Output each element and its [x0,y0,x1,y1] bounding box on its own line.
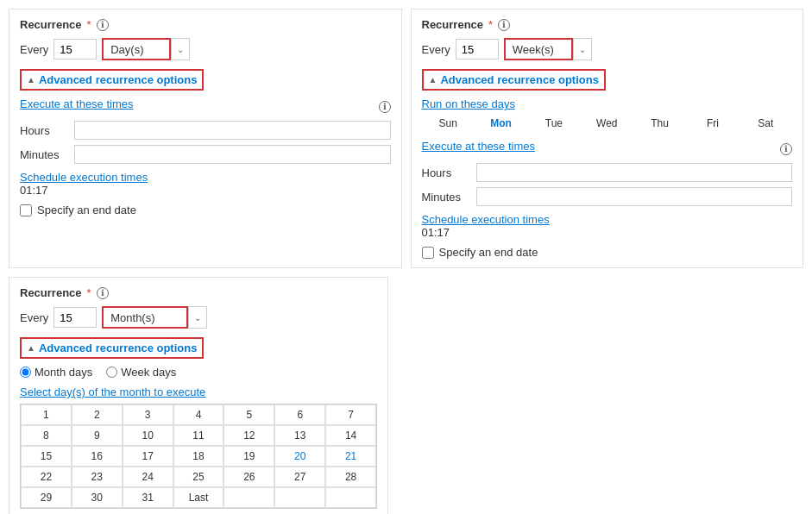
unit-label-months: Month(s) [110,311,154,324]
cal-16[interactable]: 16 [72,446,123,467]
minutes-label-days: Minutes [20,148,67,161]
advanced-label-months: Advanced recurrence options [39,342,198,354]
cal-10[interactable]: 10 [123,425,173,446]
recurrence-label-weeks: Recurrence [422,18,484,31]
every-label-months: Every [20,311,48,324]
cal-3[interactable]: 3 [123,404,173,425]
days-of-week-row: Sun Mon Tue Wed Thu Fri Sat [422,114,793,133]
advanced-options-days[interactable]: ▲ Advanced recurrence options [20,69,204,91]
unit-label-weeks: Week(s) [513,43,554,56]
unit-dropdown-days[interactable]: Day(s) [102,38,171,60]
month-calendar: 1 2 3 4 5 6 7 8 9 10 11 12 13 14 15 16 1… [20,404,377,509]
info-icon-days[interactable]: ℹ [97,19,109,31]
advanced-options-months[interactable]: ▲ Advanced recurrence options [20,337,204,359]
cal-last[interactable]: Last [173,487,224,508]
minutes-input-weeks[interactable] [476,187,793,206]
calendar-row-3: 15 16 17 18 19 20 21 [21,446,376,467]
hours-label-weeks: Hours [422,166,469,179]
calendar-row-5: 29 30 31 Last [21,487,376,508]
day-sat[interactable]: Sat [740,114,792,133]
cal-27[interactable]: 27 [274,467,325,487]
cal-1[interactable]: 1 [21,404,72,425]
time-value-days: 01:17 [20,184,391,197]
specify-end-label-weeks: Specify an end date [439,246,538,259]
run-on-days-link[interactable]: Run on these days [422,97,793,110]
select-days-link[interactable]: Select day(s) of the month to execute [20,386,377,398]
cal-28[interactable]: 28 [325,467,376,487]
cal-5[interactable]: 5 [223,404,274,425]
cal-15[interactable]: 15 [21,446,72,467]
cal-2[interactable]: 2 [72,404,123,425]
execute-times-link-weeks[interactable]: Execute at these times [422,140,536,153]
cal-20[interactable]: 20 [274,446,325,467]
radio-week-days[interactable]: Week days [106,366,176,379]
collapse-arrow-weeks: ▲ [429,75,437,85]
radio-week-days-input[interactable] [106,367,117,378]
cal-4[interactable]: 4 [173,404,224,425]
unit-dropdown-weeks[interactable]: Week(s) [504,38,573,60]
day-mon[interactable]: Mon [475,114,527,133]
required-star-weeks: * [488,18,493,31]
cal-26[interactable]: 26 [223,467,274,487]
cal-19[interactable]: 19 [223,446,274,467]
cal-8[interactable]: 8 [21,425,72,446]
cal-13[interactable]: 13 [274,425,325,446]
every-input-weeks[interactable] [456,39,499,60]
cal-7[interactable]: 7 [325,404,376,425]
radio-month-days-input[interactable] [20,367,31,378]
calendar-row-1: 1 2 3 4 5 6 7 [21,404,376,425]
unit-dropdown-months[interactable]: Month(s) [102,306,188,329]
cal-6[interactable]: 6 [274,404,325,425]
collapse-arrow-months: ▲ [27,343,35,353]
time-value-weeks: 01:17 [422,226,793,239]
unit-chevron-months[interactable]: ⌄ [188,306,207,329]
radio-week-days-label: Week days [121,366,176,379]
every-label-days: Every [20,43,48,56]
specify-end-label-days: Specify an end date [37,204,136,216]
cal-24[interactable]: 24 [123,467,173,487]
cal-22[interactable]: 22 [21,467,72,487]
day-tue[interactable]: Tue [527,114,580,133]
unit-chevron-weeks[interactable]: ⌄ [573,38,592,60]
minutes-input-days[interactable] [74,145,391,164]
day-fri[interactable]: Fri [686,114,739,133]
schedule-times-link-weeks[interactable]: Schedule execution times [422,213,550,226]
cal-12[interactable]: 12 [223,425,274,446]
info-icon-execute-days[interactable]: ℹ [379,101,391,113]
cal-11[interactable]: 11 [173,425,224,446]
info-icon-weeks[interactable]: ℹ [498,19,510,31]
cal-31[interactable]: 31 [123,487,173,508]
day-wed[interactable]: Wed [581,114,633,133]
cal-23[interactable]: 23 [72,467,123,487]
schedule-times-link-days[interactable]: Schedule execution times [20,171,148,184]
cal-25[interactable]: 25 [173,467,224,487]
unit-chevron-days[interactable]: ⌄ [171,38,190,60]
every-label-weeks: Every [422,43,450,56]
cal-14[interactable]: 14 [325,425,376,446]
advanced-options-weeks[interactable]: ▲ Advanced recurrence options [422,69,606,91]
radio-month-days-label: Month days [35,366,92,379]
cal-30[interactable]: 30 [72,487,123,508]
cal-21[interactable]: 21 [325,446,376,467]
cal-29[interactable]: 29 [21,487,72,508]
cal-9[interactable]: 9 [72,425,123,446]
unit-label-days: Day(s) [110,43,143,56]
hours-input-weeks[interactable] [476,163,793,182]
info-icon-execute-weeks[interactable]: ℹ [780,143,792,155]
specify-end-checkbox-days[interactable] [20,204,32,216]
every-input-days[interactable] [54,39,97,60]
recurrence-label-days: Recurrence [20,18,82,31]
day-sun[interactable]: Sun [422,114,475,133]
hours-input-days[interactable] [74,121,391,140]
specify-end-checkbox-weeks[interactable] [422,247,434,259]
cal-17[interactable]: 17 [123,446,173,467]
info-icon-months[interactable]: ℹ [97,287,109,299]
every-input-months[interactable] [54,307,97,328]
radio-month-days[interactable]: Month days [20,366,92,379]
day-thu[interactable]: Thu [633,114,686,133]
cal-empty-3 [325,487,376,508]
cal-18[interactable]: 18 [173,446,224,467]
minutes-label-weeks: Minutes [422,191,469,204]
calendar-row-2: 8 9 10 11 12 13 14 [21,425,376,446]
execute-times-link-days[interactable]: Execute at these times [20,97,134,110]
